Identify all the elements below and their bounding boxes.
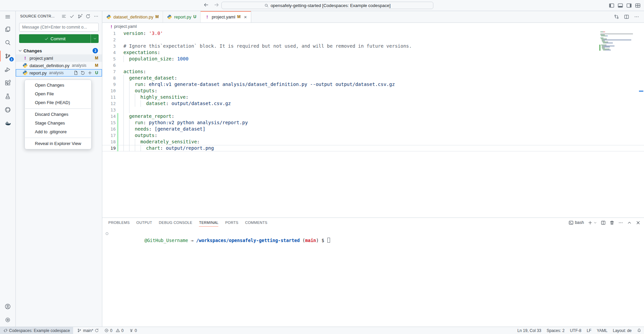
menu-item-stage-changes[interactable]: Stage Changes xyxy=(25,119,91,128)
context-menu: Open ChangesOpen FileOpen File (HEAD)Dis… xyxy=(24,80,92,149)
split-terminal-icon[interactable] xyxy=(601,220,606,225)
code-line-14[interactable]: 14generate_report: xyxy=(102,113,644,120)
sidebar-item-extensions[interactable] xyxy=(0,76,16,90)
file-row-project-yaml[interactable]: !project.yamlM xyxy=(16,54,102,62)
code-line-13[interactable]: 13 xyxy=(102,107,644,113)
customize-layout-icon[interactable] xyxy=(635,3,641,8)
breadcrumb[interactable]: ! project.yaml xyxy=(102,23,644,30)
menu-button[interactable] xyxy=(0,11,16,22)
ports-indicator[interactable]: 0 xyxy=(126,327,140,334)
code-line-10[interactable]: 10outputs: xyxy=(102,88,644,94)
gutter xyxy=(117,43,118,49)
code-line-9[interactable]: 9run: ehrql:v1 generate-dataset analysis… xyxy=(102,81,644,88)
code-line-1[interactable]: 1version: '3.0' xyxy=(102,30,644,37)
remote-indicator[interactable]: Codespaces: Example codespace xyxy=(0,327,73,334)
code-line-11[interactable]: 11highly_sensitive: xyxy=(102,94,644,100)
editor-more-actions-icon[interactable] xyxy=(634,14,639,19)
code-line-4[interactable]: 4expectations: xyxy=(102,49,644,56)
changes-section-header[interactable]: Changes 3 xyxy=(16,47,102,54)
tab-dataset-definition-py[interactable]: dataset_definition.pyM xyxy=(102,11,163,22)
sidebar-item-run-debug[interactable] xyxy=(0,63,16,76)
menu-item-discard-changes[interactable]: Discard Changes xyxy=(25,110,91,119)
close-icon[interactable]: × xyxy=(244,14,247,20)
view-sort-icon[interactable] xyxy=(61,14,66,19)
code-line-7[interactable]: 7actions: xyxy=(102,68,644,75)
menu-item-open-changes[interactable]: Open Changes xyxy=(25,81,91,90)
cursor-position[interactable]: Ln 19, Col 33 xyxy=(515,327,544,334)
menu-item-open-file-head[interactable]: Open File (HEAD) xyxy=(25,98,91,107)
panel-tab-comments[interactable]: COMMENTS xyxy=(245,218,268,227)
forward-button[interactable] xyxy=(214,2,219,8)
menu-item-add-to-gitignore[interactable]: Add to .gitignore xyxy=(25,128,91,136)
terminal-shell-selector[interactable]: bash xyxy=(569,220,584,225)
file-row-dataset-definition-py[interactable]: dataset_definition.pyanalysisM xyxy=(16,62,102,69)
panel-tab-debug-console[interactable]: DEBUG CONSOLE xyxy=(159,218,193,227)
file-row-report-py[interactable]: report.pyanalysisU xyxy=(16,69,102,77)
panel-tab-ports[interactable]: PORTS xyxy=(225,218,238,227)
settings-button[interactable] xyxy=(0,313,16,327)
commit-icon[interactable] xyxy=(69,14,74,19)
sidebar-item-docker[interactable] xyxy=(0,116,16,130)
code-line-16[interactable]: 16needs: [generate_dataset] xyxy=(102,126,644,132)
eol-indicator[interactable]: LF xyxy=(584,327,594,334)
more-actions-icon[interactable] xyxy=(94,14,99,19)
code-line-18[interactable]: 18moderately_sensitive: xyxy=(102,139,644,145)
encoding-indicator[interactable]: UTF-8 xyxy=(567,327,584,334)
code-line-3[interactable]: 3# Ignore this`expectation` block. It is… xyxy=(102,43,644,49)
terminal[interactable]: @GitHub_Username→/workspaces/opensafely-… xyxy=(102,227,644,327)
tab-label: report.py xyxy=(174,14,191,19)
maximize-panel-icon[interactable] xyxy=(627,220,632,225)
code-editor[interactable]: 1version: '3.0'23# Ignore this`expectati… xyxy=(102,30,644,218)
toggle-sidebar-icon[interactable] xyxy=(609,3,614,8)
toggle-secondary-sidebar-icon[interactable] xyxy=(626,3,632,8)
sidebar-item-testing[interactable] xyxy=(0,90,16,103)
sidebar-item-search[interactable] xyxy=(0,36,16,49)
menu-item-reveal-in-explorer-view[interactable]: Reveal in Explorer View xyxy=(25,139,91,148)
minimap[interactable] xyxy=(600,32,639,216)
back-button[interactable] xyxy=(203,2,209,8)
open-changes-icon[interactable] xyxy=(614,14,619,19)
language-indicator[interactable]: YAML xyxy=(594,327,610,334)
code-line-19[interactable]: 19chart: output/report.png xyxy=(102,145,644,151)
code-line-6[interactable]: 6 xyxy=(102,62,644,68)
account-button[interactable] xyxy=(0,300,16,313)
split-editor-icon[interactable] xyxy=(624,14,629,19)
code-line-2[interactable]: 2 xyxy=(102,37,644,43)
commit-button[interactable]: Commit xyxy=(19,34,99,43)
discard-changes-icon[interactable] xyxy=(80,70,85,75)
refresh-icon[interactable] xyxy=(86,14,91,19)
tab-project-yaml[interactable]: !project.yamlM× xyxy=(201,11,251,22)
panel-tab-output[interactable]: OUTPUT xyxy=(137,218,152,227)
sidebar-item-github[interactable] xyxy=(0,103,16,116)
commit-message-input[interactable] xyxy=(19,23,99,32)
panel-header: PROBLEMSOUTPUTDEBUG CONSOLETERMINALPORTS… xyxy=(102,218,644,227)
tab-report-py[interactable]: report.pyU xyxy=(163,11,201,22)
create-branch-icon[interactable] xyxy=(77,14,83,19)
problems-indicator[interactable]: 0 0 xyxy=(102,327,126,334)
indentation-indicator[interactable]: Spaces: 2 xyxy=(544,327,567,334)
line-number: 10 xyxy=(102,88,116,94)
code-line-12[interactable]: 12dataset: output/dataset.csv.gz xyxy=(102,100,644,107)
panel-tab-terminal[interactable]: TERMINAL xyxy=(199,218,218,227)
commit-dropdown-button[interactable] xyxy=(91,34,99,43)
kill-terminal-icon[interactable] xyxy=(609,220,614,225)
sidebar-item-explorer[interactable] xyxy=(0,22,16,36)
code-line-15[interactable]: 15run: python:v2 python analysis/report.… xyxy=(102,120,644,126)
branch-indicator[interactable]: main* xyxy=(74,327,102,334)
toggle-panel-icon[interactable] xyxy=(618,3,623,8)
command-center[interactable]: opensafely-getting-started [Codespaces: … xyxy=(221,2,433,9)
open-file-icon[interactable] xyxy=(73,70,78,75)
panel-more-actions-icon[interactable] xyxy=(618,220,623,225)
notifications-button[interactable] xyxy=(634,327,644,334)
sidebar-item-source-control[interactable]: 3 xyxy=(0,49,16,63)
close-panel-icon[interactable] xyxy=(636,220,641,225)
code-line-17[interactable]: 17outputs: xyxy=(102,132,644,139)
status-bar: Codespaces: Example codespace main* 0 0 … xyxy=(0,327,644,334)
menu-item-open-file[interactable]: Open File xyxy=(25,90,91,98)
code-line-8[interactable]: 8generate_dataset: xyxy=(102,75,644,81)
panel-tab-problems[interactable]: PROBLEMS xyxy=(108,218,130,227)
code-line-5[interactable]: 5population_size: 1000 xyxy=(102,56,644,62)
stage-changes-icon[interactable] xyxy=(88,70,92,75)
layout-indicator[interactable]: Layout: de xyxy=(610,327,634,334)
new-terminal-button[interactable] xyxy=(588,220,597,225)
